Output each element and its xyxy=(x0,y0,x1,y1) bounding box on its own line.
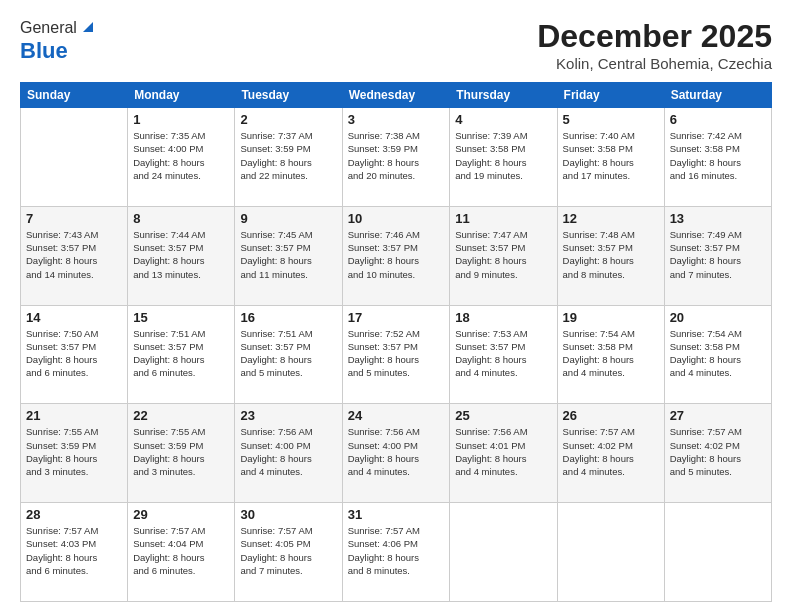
calendar-cell xyxy=(557,503,664,602)
day-info: Sunrise: 7:48 AMSunset: 3:57 PMDaylight:… xyxy=(563,228,659,281)
col-monday: Monday xyxy=(128,83,235,108)
col-saturday: Saturday xyxy=(664,83,771,108)
calendar-cell: 14Sunrise: 7:50 AMSunset: 3:57 PMDayligh… xyxy=(21,305,128,404)
col-wednesday: Wednesday xyxy=(342,83,450,108)
calendar-cell: 30Sunrise: 7:57 AMSunset: 4:05 PMDayligh… xyxy=(235,503,342,602)
day-number: 13 xyxy=(670,211,766,226)
calendar-cell: 17Sunrise: 7:52 AMSunset: 3:57 PMDayligh… xyxy=(342,305,450,404)
calendar-cell: 13Sunrise: 7:49 AMSunset: 3:57 PMDayligh… xyxy=(664,206,771,305)
calendar-cell: 29Sunrise: 7:57 AMSunset: 4:04 PMDayligh… xyxy=(128,503,235,602)
day-number: 8 xyxy=(133,211,229,226)
day-info: Sunrise: 7:53 AMSunset: 3:57 PMDaylight:… xyxy=(455,327,551,380)
day-info: Sunrise: 7:44 AMSunset: 3:57 PMDaylight:… xyxy=(133,228,229,281)
calendar-cell: 7Sunrise: 7:43 AMSunset: 3:57 PMDaylight… xyxy=(21,206,128,305)
calendar-cell xyxy=(664,503,771,602)
day-number: 9 xyxy=(240,211,336,226)
calendar-cell: 25Sunrise: 7:56 AMSunset: 4:01 PMDayligh… xyxy=(450,404,557,503)
calendar-cell: 28Sunrise: 7:57 AMSunset: 4:03 PMDayligh… xyxy=(21,503,128,602)
day-info: Sunrise: 7:45 AMSunset: 3:57 PMDaylight:… xyxy=(240,228,336,281)
title-block: December 2025 Kolin, Central Bohemia, Cz… xyxy=(537,18,772,72)
day-number: 20 xyxy=(670,310,766,325)
day-info: Sunrise: 7:57 AMSunset: 4:04 PMDaylight:… xyxy=(133,524,229,577)
day-info: Sunrise: 7:42 AMSunset: 3:58 PMDaylight:… xyxy=(670,129,766,182)
day-number: 22 xyxy=(133,408,229,423)
day-number: 28 xyxy=(26,507,122,522)
calendar: Sunday Monday Tuesday Wednesday Thursday… xyxy=(20,82,772,602)
col-tuesday: Tuesday xyxy=(235,83,342,108)
calendar-cell: 9Sunrise: 7:45 AMSunset: 3:57 PMDaylight… xyxy=(235,206,342,305)
calendar-cell: 16Sunrise: 7:51 AMSunset: 3:57 PMDayligh… xyxy=(235,305,342,404)
day-info: Sunrise: 7:54 AMSunset: 3:58 PMDaylight:… xyxy=(563,327,659,380)
day-number: 7 xyxy=(26,211,122,226)
calendar-cell: 22Sunrise: 7:55 AMSunset: 3:59 PMDayligh… xyxy=(128,404,235,503)
day-number: 11 xyxy=(455,211,551,226)
day-info: Sunrise: 7:39 AMSunset: 3:58 PMDaylight:… xyxy=(455,129,551,182)
logo-general-text: General xyxy=(20,19,77,37)
day-number: 6 xyxy=(670,112,766,127)
day-number: 10 xyxy=(348,211,445,226)
day-info: Sunrise: 7:49 AMSunset: 3:57 PMDaylight:… xyxy=(670,228,766,281)
month-title: December 2025 xyxy=(537,18,772,55)
day-number: 5 xyxy=(563,112,659,127)
calendar-cell: 20Sunrise: 7:54 AMSunset: 3:58 PMDayligh… xyxy=(664,305,771,404)
page: General Blue December 2025 Kolin, Centra… xyxy=(0,0,792,612)
calendar-cell: 10Sunrise: 7:46 AMSunset: 3:57 PMDayligh… xyxy=(342,206,450,305)
day-info: Sunrise: 7:57 AMSunset: 4:02 PMDaylight:… xyxy=(563,425,659,478)
calendar-cell: 23Sunrise: 7:56 AMSunset: 4:00 PMDayligh… xyxy=(235,404,342,503)
day-info: Sunrise: 7:55 AMSunset: 3:59 PMDaylight:… xyxy=(133,425,229,478)
day-number: 27 xyxy=(670,408,766,423)
logo: General Blue xyxy=(20,18,95,64)
day-number: 19 xyxy=(563,310,659,325)
day-info: Sunrise: 7:57 AMSunset: 4:05 PMDaylight:… xyxy=(240,524,336,577)
day-number: 3 xyxy=(348,112,445,127)
day-number: 1 xyxy=(133,112,229,127)
day-number: 31 xyxy=(348,507,445,522)
location: Kolin, Central Bohemia, Czechia xyxy=(537,55,772,72)
day-info: Sunrise: 7:35 AMSunset: 4:00 PMDaylight:… xyxy=(133,129,229,182)
day-info: Sunrise: 7:57 AMSunset: 4:06 PMDaylight:… xyxy=(348,524,445,577)
day-number: 16 xyxy=(240,310,336,325)
header: General Blue December 2025 Kolin, Centra… xyxy=(20,18,772,72)
calendar-cell: 24Sunrise: 7:56 AMSunset: 4:00 PMDayligh… xyxy=(342,404,450,503)
calendar-cell: 21Sunrise: 7:55 AMSunset: 3:59 PMDayligh… xyxy=(21,404,128,503)
day-info: Sunrise: 7:37 AMSunset: 3:59 PMDaylight:… xyxy=(240,129,336,182)
day-number: 15 xyxy=(133,310,229,325)
day-number: 17 xyxy=(348,310,445,325)
day-number: 12 xyxy=(563,211,659,226)
day-info: Sunrise: 7:51 AMSunset: 3:57 PMDaylight:… xyxy=(133,327,229,380)
day-info: Sunrise: 7:43 AMSunset: 3:57 PMDaylight:… xyxy=(26,228,122,281)
logo-icon xyxy=(79,18,95,34)
calendar-cell: 12Sunrise: 7:48 AMSunset: 3:57 PMDayligh… xyxy=(557,206,664,305)
day-info: Sunrise: 7:56 AMSunset: 4:00 PMDaylight:… xyxy=(348,425,445,478)
calendar-cell: 26Sunrise: 7:57 AMSunset: 4:02 PMDayligh… xyxy=(557,404,664,503)
col-sunday: Sunday xyxy=(21,83,128,108)
day-info: Sunrise: 7:46 AMSunset: 3:57 PMDaylight:… xyxy=(348,228,445,281)
day-info: Sunrise: 7:38 AMSunset: 3:59 PMDaylight:… xyxy=(348,129,445,182)
day-info: Sunrise: 7:52 AMSunset: 3:57 PMDaylight:… xyxy=(348,327,445,380)
calendar-cell: 1Sunrise: 7:35 AMSunset: 4:00 PMDaylight… xyxy=(128,108,235,207)
day-info: Sunrise: 7:55 AMSunset: 3:59 PMDaylight:… xyxy=(26,425,122,478)
logo-blue-text: Blue xyxy=(20,38,68,64)
col-thursday: Thursday xyxy=(450,83,557,108)
calendar-cell: 31Sunrise: 7:57 AMSunset: 4:06 PMDayligh… xyxy=(342,503,450,602)
day-number: 4 xyxy=(455,112,551,127)
calendar-cell: 19Sunrise: 7:54 AMSunset: 3:58 PMDayligh… xyxy=(557,305,664,404)
day-number: 18 xyxy=(455,310,551,325)
day-info: Sunrise: 7:56 AMSunset: 4:01 PMDaylight:… xyxy=(455,425,551,478)
calendar-header-row: Sunday Monday Tuesday Wednesday Thursday… xyxy=(21,83,772,108)
day-number: 30 xyxy=(240,507,336,522)
svg-marker-0 xyxy=(83,22,93,32)
calendar-cell: 3Sunrise: 7:38 AMSunset: 3:59 PMDaylight… xyxy=(342,108,450,207)
calendar-cell: 11Sunrise: 7:47 AMSunset: 3:57 PMDayligh… xyxy=(450,206,557,305)
calendar-cell xyxy=(450,503,557,602)
day-info: Sunrise: 7:56 AMSunset: 4:00 PMDaylight:… xyxy=(240,425,336,478)
day-number: 2 xyxy=(240,112,336,127)
day-info: Sunrise: 7:47 AMSunset: 3:57 PMDaylight:… xyxy=(455,228,551,281)
day-number: 25 xyxy=(455,408,551,423)
day-info: Sunrise: 7:57 AMSunset: 4:02 PMDaylight:… xyxy=(670,425,766,478)
calendar-cell: 27Sunrise: 7:57 AMSunset: 4:02 PMDayligh… xyxy=(664,404,771,503)
day-info: Sunrise: 7:54 AMSunset: 3:58 PMDaylight:… xyxy=(670,327,766,380)
day-number: 29 xyxy=(133,507,229,522)
calendar-cell: 6Sunrise: 7:42 AMSunset: 3:58 PMDaylight… xyxy=(664,108,771,207)
day-number: 21 xyxy=(26,408,122,423)
